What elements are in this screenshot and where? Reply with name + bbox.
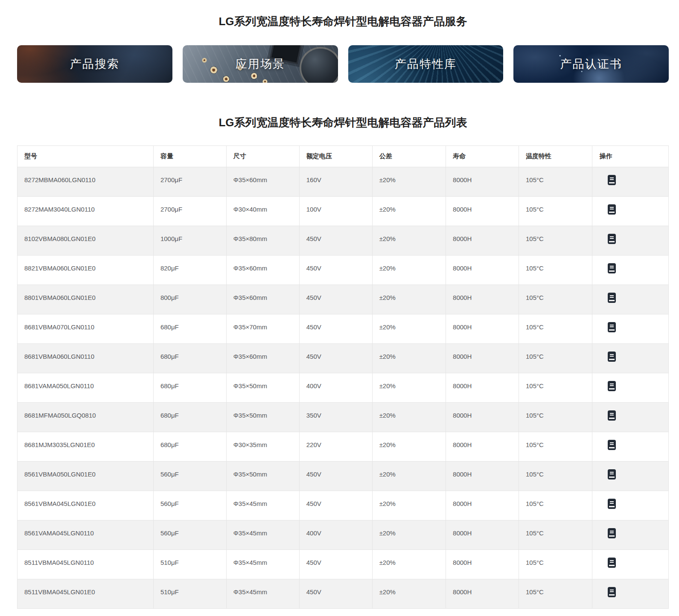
cell-capacity: 680μF	[153, 344, 226, 373]
cell-tolerance: ±20%	[372, 256, 446, 285]
view-detail-button[interactable]	[608, 410, 616, 421]
cell-capacity: 1000μF	[153, 226, 226, 256]
view-detail-button[interactable]	[608, 499, 616, 509]
view-detail-button[interactable]	[608, 469, 616, 479]
cell-capacity: 2700μF	[153, 197, 226, 226]
nav-card-product-search[interactable]: 产品搜索	[17, 45, 172, 83]
view-detail-button[interactable]	[608, 440, 616, 450]
column-header: 操作	[592, 146, 669, 167]
nav-cards: 产品搜索 应用场景 产品特性库 产品认证书	[17, 45, 669, 83]
cell-temperature: 105°C	[519, 520, 592, 550]
cell-tolerance: ±20%	[372, 373, 446, 403]
cell-actions	[592, 403, 669, 432]
column-header: 额定电压	[299, 146, 372, 167]
cell-voltage: 160V	[299, 167, 372, 197]
cell-size: Φ35×45mm	[226, 491, 299, 520]
cell-model: 8681VAMA050LGN0110	[17, 373, 154, 403]
cell-temperature: 105°C	[519, 550, 592, 579]
table-row: 8681VAMA050LGN0110680μFΦ35×50mm400V±20%8…	[17, 373, 669, 403]
cell-model: 8272MBMA060LGN0110	[17, 167, 154, 197]
cell-actions	[592, 579, 669, 609]
cell-model: 8561VBMA050LGN01E0	[17, 462, 154, 491]
view-detail-button[interactable]	[608, 322, 616, 332]
cell-actions	[592, 373, 669, 403]
cell-lifetime: 8000H	[446, 226, 519, 256]
cell-lifetime: 8000H	[446, 167, 519, 197]
cell-size: Φ35×50mm	[226, 403, 299, 432]
cell-tolerance: ±20%	[372, 491, 446, 520]
document-icon	[608, 558, 616, 568]
cell-lifetime: 8000H	[446, 520, 519, 550]
product-table: 型号容量尺寸额定电压公差寿命温度特性操作 8272MBMA060LGN01102…	[17, 145, 669, 609]
cell-voltage: 100V	[299, 197, 372, 226]
cell-actions	[592, 550, 669, 579]
view-detail-button[interactable]	[608, 587, 616, 597]
cell-temperature: 105°C	[519, 256, 592, 285]
nav-card-application-scenarios[interactable]: 应用场景	[183, 45, 338, 83]
cell-size: Φ35×70mm	[226, 314, 299, 344]
cell-temperature: 105°C	[519, 197, 592, 226]
cell-size: Φ35×60mm	[226, 167, 299, 197]
view-detail-button[interactable]	[608, 381, 616, 391]
cell-size: Φ30×35mm	[226, 432, 299, 462]
cell-lifetime: 8000H	[446, 344, 519, 373]
cell-temperature: 105°C	[519, 167, 592, 197]
document-icon	[608, 410, 616, 421]
cell-voltage: 450V	[299, 491, 372, 520]
document-icon	[608, 469, 616, 479]
view-detail-button[interactable]	[608, 175, 616, 185]
cell-tolerance: ±20%	[372, 550, 446, 579]
cell-voltage: 450V	[299, 462, 372, 491]
cell-tolerance: ±20%	[372, 403, 446, 432]
cell-tolerance: ±20%	[372, 432, 446, 462]
view-detail-button[interactable]	[608, 293, 616, 303]
view-detail-button[interactable]	[608, 528, 616, 538]
cell-capacity: 680μF	[153, 373, 226, 403]
cell-lifetime: 8000H	[446, 491, 519, 520]
cell-model: 8561VAMA045LGN0110	[17, 520, 154, 550]
cell-lifetime: 8000H	[446, 462, 519, 491]
table-row: 8272MBMA060LGN01102700μFΦ35×60mm160V±20%…	[17, 167, 669, 197]
cell-lifetime: 8000H	[446, 256, 519, 285]
cell-actions	[592, 520, 669, 550]
cell-tolerance: ±20%	[372, 167, 446, 197]
cell-actions	[592, 491, 669, 520]
cell-voltage: 450V	[299, 226, 372, 256]
nav-card-product-characteristics-label: 产品特性库	[395, 56, 457, 72]
column-header: 尺寸	[226, 146, 299, 167]
view-detail-button[interactable]	[608, 558, 616, 568]
table-row: 8681VBMA070LGN0110680μFΦ35×70mm450V±20%8…	[17, 314, 669, 344]
cell-voltage: 450V	[299, 314, 372, 344]
cell-lifetime: 8000H	[446, 373, 519, 403]
table-row: 8681VBMA060LGN0110680μFΦ35×60mm450V±20%8…	[17, 344, 669, 373]
cell-actions	[592, 285, 669, 314]
cell-temperature: 105°C	[519, 491, 592, 520]
document-icon	[608, 587, 616, 597]
view-detail-button[interactable]	[608, 352, 616, 362]
cell-model: 8821VBMA060LGN01E0	[17, 256, 154, 285]
cell-size: Φ35×45mm	[226, 550, 299, 579]
cell-capacity: 560μF	[153, 462, 226, 491]
cell-voltage: 450V	[299, 579, 372, 609]
view-detail-button[interactable]	[608, 204, 616, 215]
cell-temperature: 105°C	[519, 226, 592, 256]
nav-card-product-characteristics[interactable]: 产品特性库	[348, 45, 504, 83]
document-icon	[608, 352, 616, 362]
product-table-body: 8272MBMA060LGN01102700μFΦ35×60mm160V±20%…	[17, 167, 669, 609]
view-detail-button[interactable]	[608, 234, 616, 244]
cell-size: Φ35×45mm	[226, 520, 299, 550]
table-row: 8821VBMA060LGN01E0820μFΦ35×60mm450V±20%8…	[17, 256, 669, 285]
document-icon	[608, 204, 616, 215]
table-row: 8511VBMA045LGN0110510μFΦ35×45mm450V±20%8…	[17, 550, 669, 579]
nav-card-product-certificates[interactable]: 产品认证书	[513, 45, 669, 83]
document-icon	[608, 440, 616, 450]
cell-model: 8681VBMA070LGN0110	[17, 314, 154, 344]
cell-model: 8511VBMA045LGN01E0	[17, 579, 154, 609]
cell-voltage: 450V	[299, 256, 372, 285]
nav-card-application-scenarios-label: 应用场景	[236, 56, 285, 72]
cell-capacity: 2700μF	[153, 167, 226, 197]
capacitor-decoration	[301, 49, 338, 83]
view-detail-button[interactable]	[608, 263, 616, 273]
cell-capacity: 680μF	[153, 432, 226, 462]
cell-size: Φ35×50mm	[226, 373, 299, 403]
